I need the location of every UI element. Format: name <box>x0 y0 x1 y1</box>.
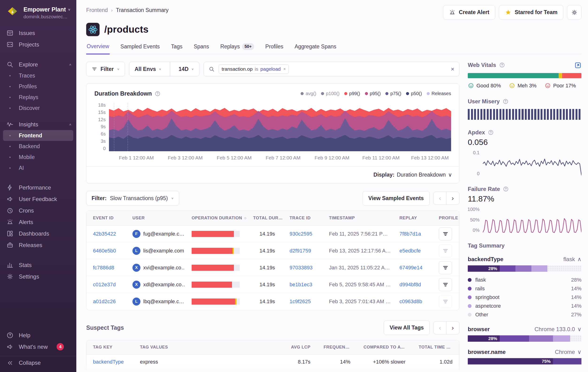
pagination-prev-button[interactable]: ‹ <box>433 321 447 334</box>
legend-item[interactable]: p99() <box>344 91 360 96</box>
transactions-filter-dropdown[interactable]: Filter: Slow Transactions (p95) ∨ <box>86 191 179 205</box>
sidebar-footer-item[interactable]: Help <box>0 329 76 341</box>
sidebar-subitem[interactable]: Profiles <box>0 81 76 92</box>
profile-button[interactable] <box>439 261 452 274</box>
help-question-icon[interactable] <box>488 129 494 136</box>
help-question-icon[interactable] <box>499 62 505 68</box>
org-switcher[interactable]: Empower Plant∨ dominik.buszowiec… <box>0 6 76 22</box>
sidebar-item[interactable]: Stats <box>0 259 76 271</box>
sidebar-item[interactable]: Dashboards <box>0 228 76 239</box>
sidebar-item[interactable]: Performance <box>0 182 76 193</box>
pagination-next-button[interactable]: › <box>446 321 459 334</box>
legend-item[interactable]: p100() <box>321 91 340 96</box>
tag-distribution-bar[interactable]: 75% <box>468 358 581 364</box>
open-in-new-icon[interactable] <box>574 62 581 69</box>
help-question-icon[interactable] <box>155 91 161 97</box>
trace-id-link[interactable]: be1b1ec3 <box>290 282 312 287</box>
period-dropdown[interactable]: 14D∨ <box>174 62 199 76</box>
pagination-next-button[interactable]: › <box>446 192 459 205</box>
sidebar-collapse-button[interactable]: Collapse <box>0 356 76 367</box>
tag-legend-item[interactable]: Other 27% <box>468 310 581 319</box>
tag-value-dropdown[interactable]: Chrome 133.0.0∨ <box>535 326 581 332</box>
legend-item[interactable]: p75() <box>385 91 401 96</box>
sidebar-footer-item[interactable]: What's new 4 <box>0 341 76 352</box>
token-remove-icon[interactable]: × <box>283 66 286 72</box>
tag-legend-item[interactable]: rails 14% <box>468 284 581 293</box>
org-name[interactable]: Empower Plant∨ <box>23 6 71 13</box>
legend-item[interactable]: avg() <box>301 91 316 96</box>
display-dropdown[interactable]: Duration Breakdown∨ <box>397 172 452 178</box>
filter-dropdown[interactable]: Filter ∨ <box>86 62 125 76</box>
breadcrumb-frontend[interactable]: Frontend <box>86 7 108 13</box>
view-all-tags-button[interactable]: View All Tags <box>384 320 430 335</box>
profile-button[interactable] <box>439 295 452 308</box>
tag-key-link[interactable]: backendType <box>93 359 124 365</box>
tab[interactable]: Tags <box>170 43 183 54</box>
sidebar-subitem[interactable]: Mobile <box>0 152 76 162</box>
tab[interactable]: Overview <box>86 43 110 54</box>
tag-legend-item[interactable]: flask 28% <box>468 276 581 284</box>
view-sampled-events-button[interactable]: View Sampled Events <box>363 191 430 205</box>
replay-link[interactable]: d994bf8d <box>399 282 421 287</box>
trace-id-link[interactable]: 930c2595 <box>290 231 312 237</box>
profile-button[interactable] <box>439 227 452 241</box>
sortable-column[interactable]: Total Time Lost ↓ <box>412 345 459 350</box>
pagination-prev-button[interactable]: ‹ <box>433 192 447 205</box>
event-id-link[interactable]: 42b35422 <box>93 231 116 237</box>
sidebar-item[interactable]: User Feedback <box>0 193 76 205</box>
sidebar-subitem[interactable]: Replays <box>0 92 76 103</box>
duration-breakdown-chart[interactable] <box>109 103 451 151</box>
insights-icon <box>6 121 14 128</box>
env-dropdown[interactable]: All Envs∨ <box>129 62 167 76</box>
event-id-link[interactable]: 6460e5b0 <box>93 248 116 254</box>
sidebar-subitem[interactable]: Backend <box>0 141 76 152</box>
tab[interactable]: Profiles <box>265 43 284 54</box>
create-alert-button[interactable]: Create Alert <box>443 5 495 20</box>
sidebar-item[interactable]: Crons <box>0 205 76 216</box>
sidebar-item-insights[interactable]: Insights ∧ <box>0 119 76 130</box>
sidebar-subitem[interactable]: Traces <box>0 70 76 81</box>
sidebar-item[interactable]: Settings <box>0 271 76 282</box>
tag-value-dropdown[interactable]: flask∧ <box>563 256 581 263</box>
event-id-link[interactable]: a01d2c26 <box>93 298 116 304</box>
tab[interactable]: Replays 50+ <box>220 43 254 54</box>
trace-id-link[interactable]: 1c9f2625 <box>290 298 311 304</box>
trace-id-link[interactable]: 97033893 <box>290 265 313 271</box>
tag-legend-item[interactable]: aspnetcore 14% <box>468 302 581 310</box>
sidebar-item-explore[interactable]: Explore ∧ <box>0 59 76 70</box>
tag-value-dropdown[interactable]: Chrome∨ <box>555 349 581 355</box>
tab[interactable]: Sampled Events <box>120 43 160 54</box>
starred-for-team-button[interactable]: Starred for Team <box>499 5 563 20</box>
tag-distribution-bar[interactable]: 28% <box>468 335 581 342</box>
sidebar-item[interactable]: Projects <box>0 39 76 50</box>
sidebar-item[interactable]: Issues <box>0 27 76 39</box>
tab[interactable]: Aggregate Spans <box>294 43 337 54</box>
help-question-icon[interactable] <box>503 186 509 192</box>
help-question-icon[interactable] <box>503 98 509 105</box>
legend-item[interactable]: p95() <box>365 91 381 96</box>
profile-button[interactable] <box>439 278 452 291</box>
settings-gear-button[interactable] <box>567 5 581 20</box>
legend-item[interactable]: Releases <box>427 91 451 96</box>
trace-id-link[interactable]: d2f91759 <box>290 248 311 254</box>
legend-item[interactable]: p50() <box>406 91 422 96</box>
sidebar-subitem[interactable]: Discover <box>0 103 76 113</box>
replay-link[interactable]: 67499e14 <box>399 265 422 271</box>
help-question-icon[interactable] <box>244 216 247 221</box>
search-token-transaction-op[interactable]: transaction.op is pageload × <box>219 64 289 74</box>
search-input[interactable]: transaction.op is pageload × × <box>204 62 459 76</box>
event-id-link[interactable]: fc7886d8 <box>93 265 114 271</box>
profile-button[interactable] <box>439 244 452 257</box>
sidebar-subitem[interactable]: AI <box>0 162 76 173</box>
sidebar-item[interactable]: Releases <box>0 239 76 251</box>
tag-legend-item[interactable]: springboot 14% <box>468 293 581 302</box>
replay-link[interactable]: 7f8b7d1a <box>399 231 421 237</box>
sidebar-subitem[interactable]: Frontend <box>3 130 73 141</box>
replay-link[interactable]: e5edbcfe <box>399 248 421 254</box>
search-clear-icon[interactable]: × <box>451 65 454 73</box>
tag-distribution-bar[interactable]: 28% <box>468 265 581 272</box>
sidebar-item[interactable]: Alerts <box>0 216 76 228</box>
event-id-link[interactable]: c012e37d <box>93 282 116 287</box>
replay-link[interactable]: c0963d8b <box>399 298 422 304</box>
tab[interactable]: Spans <box>193 43 210 54</box>
